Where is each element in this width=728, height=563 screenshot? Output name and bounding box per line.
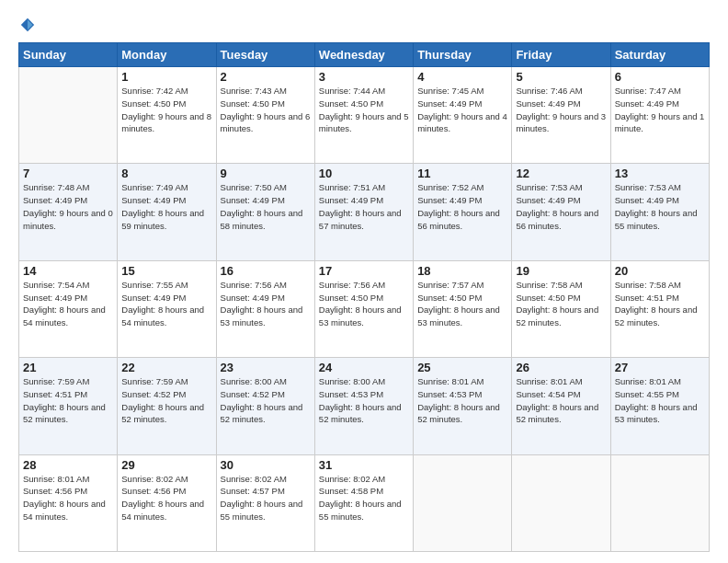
day-info: Sunrise: 7:57 AM Sunset: 4:50 PM Dayligh… bbox=[417, 279, 507, 329]
day-number: 22 bbox=[121, 361, 211, 374]
day-number: 31 bbox=[319, 458, 409, 472]
calendar-cell: 19Sunrise: 7:58 AM Sunset: 4:50 PM Dayli… bbox=[512, 260, 610, 357]
calendar-cell: 30Sunrise: 8:02 AM Sunset: 4:57 PM Dayli… bbox=[216, 454, 314, 551]
day-info: Sunrise: 7:52 AM Sunset: 4:49 PM Dayligh… bbox=[417, 181, 507, 232]
day-number: 6 bbox=[615, 70, 705, 84]
day-number: 1 bbox=[121, 70, 211, 84]
calendar-cell: 4Sunrise: 7:45 AM Sunset: 4:49 PM Daylig… bbox=[414, 67, 512, 164]
calendar-cell: 24Sunrise: 8:00 AM Sunset: 4:53 PM Dayli… bbox=[314, 358, 413, 454]
day-number: 27 bbox=[615, 361, 705, 374]
calendar-week-row: 28Sunrise: 8:01 AM Sunset: 4:56 PM Dayli… bbox=[19, 454, 710, 551]
weekday-header: Tuesday bbox=[216, 43, 314, 67]
weekday-header: Wednesday bbox=[314, 43, 413, 67]
day-info: Sunrise: 7:54 AM Sunset: 4:49 PM Dayligh… bbox=[23, 279, 113, 329]
day-info: Sunrise: 8:02 AM Sunset: 4:56 PM Dayligh… bbox=[121, 473, 211, 523]
day-number: 3 bbox=[319, 70, 409, 84]
day-info: Sunrise: 7:50 AM Sunset: 4:49 PM Dayligh… bbox=[221, 181, 311, 232]
day-info: Sunrise: 7:56 AM Sunset: 4:49 PM Dayligh… bbox=[221, 279, 311, 329]
day-info: Sunrise: 7:47 AM Sunset: 4:49 PM Dayligh… bbox=[615, 85, 705, 135]
day-number: 9 bbox=[221, 167, 311, 180]
day-info: Sunrise: 8:02 AM Sunset: 4:58 PM Dayligh… bbox=[319, 473, 409, 523]
day-number: 18 bbox=[417, 264, 507, 278]
calendar-header-row: SundayMondayTuesdayWednesdayThursdayFrid… bbox=[19, 43, 710, 67]
day-info: Sunrise: 7:56 AM Sunset: 4:50 PM Dayligh… bbox=[319, 279, 409, 329]
logo bbox=[18, 17, 37, 33]
calendar-cell: 16Sunrise: 7:56 AM Sunset: 4:49 PM Dayli… bbox=[216, 260, 314, 357]
calendar-cell: 23Sunrise: 8:00 AM Sunset: 4:52 PM Dayli… bbox=[216, 358, 314, 454]
calendar-cell: 18Sunrise: 7:57 AM Sunset: 4:50 PM Dayli… bbox=[414, 260, 512, 357]
day-number: 25 bbox=[417, 361, 507, 374]
day-info: Sunrise: 8:01 AM Sunset: 4:56 PM Dayligh… bbox=[23, 473, 113, 523]
logo-icon bbox=[19, 17, 36, 33]
weekday-header: Monday bbox=[118, 43, 216, 67]
day-info: Sunrise: 8:00 AM Sunset: 4:52 PM Dayligh… bbox=[221, 375, 311, 426]
day-info: Sunrise: 7:53 AM Sunset: 4:49 PM Dayligh… bbox=[516, 181, 606, 232]
calendar-cell bbox=[610, 454, 709, 551]
calendar-cell: 20Sunrise: 7:58 AM Sunset: 4:51 PM Dayli… bbox=[610, 260, 709, 357]
day-info: Sunrise: 8:01 AM Sunset: 4:55 PM Dayligh… bbox=[615, 375, 705, 426]
day-info: Sunrise: 8:01 AM Sunset: 4:54 PM Dayligh… bbox=[516, 375, 606, 426]
weekday-header: Thursday bbox=[414, 43, 512, 67]
day-number: 5 bbox=[516, 70, 606, 84]
calendar-cell: 14Sunrise: 7:54 AM Sunset: 4:49 PM Dayli… bbox=[19, 260, 118, 357]
day-number: 16 bbox=[221, 264, 311, 278]
day-number: 8 bbox=[121, 167, 211, 180]
day-number: 2 bbox=[221, 70, 311, 84]
calendar-cell: 6Sunrise: 7:47 AM Sunset: 4:49 PM Daylig… bbox=[610, 67, 709, 164]
calendar-cell: 21Sunrise: 7:59 AM Sunset: 4:51 PM Dayli… bbox=[19, 358, 118, 454]
day-number: 17 bbox=[319, 264, 409, 278]
day-number: 26 bbox=[516, 361, 606, 374]
day-info: Sunrise: 7:58 AM Sunset: 4:51 PM Dayligh… bbox=[615, 279, 705, 329]
calendar-cell: 26Sunrise: 8:01 AM Sunset: 4:54 PM Dayli… bbox=[512, 358, 610, 454]
weekday-header: Sunday bbox=[19, 43, 118, 67]
calendar-cell: 1Sunrise: 7:42 AM Sunset: 4:50 PM Daylig… bbox=[118, 67, 216, 164]
calendar-cell bbox=[414, 454, 512, 551]
day-number: 15 bbox=[121, 264, 211, 278]
calendar-cell bbox=[19, 67, 118, 164]
day-number: 28 bbox=[23, 458, 113, 472]
calendar-week-row: 7Sunrise: 7:48 AM Sunset: 4:49 PM Daylig… bbox=[19, 164, 710, 260]
day-info: Sunrise: 7:45 AM Sunset: 4:49 PM Dayligh… bbox=[417, 85, 507, 135]
day-number: 14 bbox=[23, 264, 113, 278]
calendar-cell: 9Sunrise: 7:50 AM Sunset: 4:49 PM Daylig… bbox=[216, 164, 314, 260]
day-info: Sunrise: 7:59 AM Sunset: 4:52 PM Dayligh… bbox=[121, 375, 211, 426]
day-info: Sunrise: 7:48 AM Sunset: 4:49 PM Dayligh… bbox=[23, 181, 113, 232]
day-number: 7 bbox=[23, 167, 113, 180]
day-info: Sunrise: 7:59 AM Sunset: 4:51 PM Dayligh… bbox=[23, 375, 113, 426]
day-info: Sunrise: 8:01 AM Sunset: 4:53 PM Dayligh… bbox=[417, 375, 507, 426]
day-info: Sunrise: 8:02 AM Sunset: 4:57 PM Dayligh… bbox=[221, 473, 311, 523]
weekday-header: Friday bbox=[512, 43, 610, 67]
day-number: 24 bbox=[319, 361, 409, 374]
calendar-cell: 29Sunrise: 8:02 AM Sunset: 4:56 PM Dayli… bbox=[118, 454, 216, 551]
day-number: 19 bbox=[516, 264, 606, 278]
calendar-cell: 8Sunrise: 7:49 AM Sunset: 4:49 PM Daylig… bbox=[118, 164, 216, 260]
day-info: Sunrise: 8:00 AM Sunset: 4:53 PM Dayligh… bbox=[319, 375, 409, 426]
day-info: Sunrise: 7:44 AM Sunset: 4:50 PM Dayligh… bbox=[319, 85, 409, 135]
calendar-cell: 7Sunrise: 7:48 AM Sunset: 4:49 PM Daylig… bbox=[19, 164, 118, 260]
calendar-cell: 10Sunrise: 7:51 AM Sunset: 4:49 PM Dayli… bbox=[314, 164, 413, 260]
day-number: 23 bbox=[221, 361, 311, 374]
header bbox=[18, 17, 710, 33]
day-number: 12 bbox=[516, 167, 606, 180]
calendar-cell: 27Sunrise: 8:01 AM Sunset: 4:55 PM Dayli… bbox=[610, 358, 709, 454]
day-info: Sunrise: 7:42 AM Sunset: 4:50 PM Dayligh… bbox=[121, 85, 211, 135]
weekday-header: Saturday bbox=[610, 43, 709, 67]
calendar-cell: 22Sunrise: 7:59 AM Sunset: 4:52 PM Dayli… bbox=[118, 358, 216, 454]
calendar-cell: 3Sunrise: 7:44 AM Sunset: 4:50 PM Daylig… bbox=[314, 67, 413, 164]
calendar-cell: 31Sunrise: 8:02 AM Sunset: 4:58 PM Dayli… bbox=[314, 454, 413, 551]
day-info: Sunrise: 7:43 AM Sunset: 4:50 PM Dayligh… bbox=[221, 85, 311, 135]
calendar-cell: 28Sunrise: 8:01 AM Sunset: 4:56 PM Dayli… bbox=[19, 454, 118, 551]
calendar-week-row: 21Sunrise: 7:59 AM Sunset: 4:51 PM Dayli… bbox=[19, 358, 710, 454]
page: SundayMondayTuesdayWednesdayThursdayFrid… bbox=[0, 0, 728, 563]
calendar-cell: 15Sunrise: 7:55 AM Sunset: 4:49 PM Dayli… bbox=[118, 260, 216, 357]
calendar-cell: 25Sunrise: 8:01 AM Sunset: 4:53 PM Dayli… bbox=[414, 358, 512, 454]
calendar-cell bbox=[512, 454, 610, 551]
day-info: Sunrise: 7:58 AM Sunset: 4:50 PM Dayligh… bbox=[516, 279, 606, 329]
day-info: Sunrise: 7:51 AM Sunset: 4:49 PM Dayligh… bbox=[319, 181, 409, 232]
day-number: 13 bbox=[615, 167, 705, 180]
day-number: 21 bbox=[23, 361, 113, 374]
calendar-cell: 12Sunrise: 7:53 AM Sunset: 4:49 PM Dayli… bbox=[512, 164, 610, 260]
day-info: Sunrise: 7:55 AM Sunset: 4:49 PM Dayligh… bbox=[121, 279, 211, 329]
day-number: 10 bbox=[319, 167, 409, 180]
day-number: 20 bbox=[615, 264, 705, 278]
